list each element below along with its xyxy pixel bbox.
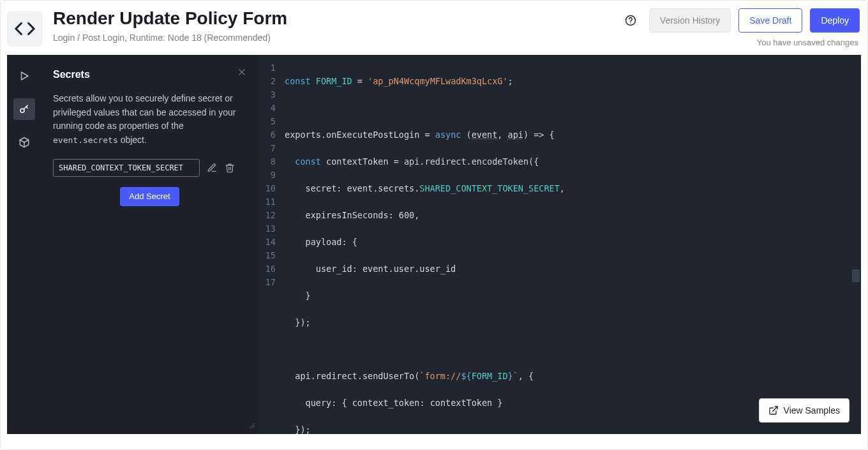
help-button[interactable] bbox=[620, 10, 641, 31]
add-secret-button[interactable]: Add Secret bbox=[120, 187, 179, 206]
secrets-desc-suffix: object. bbox=[118, 135, 147, 145]
secrets-panel-title: Secrets bbox=[53, 69, 246, 80]
view-samples-label: View Samples bbox=[784, 405, 840, 416]
unsaved-changes-label: You have unsaved changes bbox=[757, 38, 860, 47]
line-gutter: 1234567891011121314151617 bbox=[258, 55, 281, 434]
scroll-marker bbox=[852, 269, 860, 282]
rail-dependencies-icon[interactable] bbox=[13, 131, 35, 153]
rail-secrets-icon[interactable] bbox=[13, 98, 35, 120]
page-title: Render Update Policy Form bbox=[53, 8, 610, 29]
edit-secret-icon[interactable] bbox=[206, 162, 218, 174]
version-history-button[interactable]: Version History bbox=[649, 8, 731, 33]
delete-secret-icon[interactable] bbox=[224, 162, 236, 174]
view-samples-button[interactable]: View Samples bbox=[759, 398, 849, 423]
svg-line-6 bbox=[772, 407, 777, 411]
deploy-button[interactable]: Deploy bbox=[810, 8, 860, 33]
code-form-id-ref: FORM_ID bbox=[472, 371, 508, 381]
page-subtitle: Login / Post Login, Runtime: Node 18 (Re… bbox=[53, 33, 610, 43]
secrets-panel: Secrets Secrets allow you to securely de… bbox=[41, 55, 258, 434]
header: Render Update Policy Form Login / Post L… bbox=[1, 1, 867, 55]
code-form-id-var: FORM_ID bbox=[316, 76, 352, 86]
resize-handle-icon[interactable] bbox=[248, 420, 255, 431]
code-secret-name: SHARED_CONTEXT_TOKEN_SECRET bbox=[419, 183, 559, 193]
code-expires-seconds: 600 bbox=[399, 210, 414, 220]
code-editor[interactable]: 1234567891011121314151617 const FORM_ID … bbox=[258, 55, 861, 434]
code-form-id-value: 'ap_pN4WcqmyMFLwadKm3qLcxG' bbox=[368, 76, 507, 86]
secrets-description: Secrets allow you to securely define sec… bbox=[53, 92, 246, 147]
secrets-desc-prefix: Secrets allow you to securely define sec… bbox=[53, 93, 236, 131]
code-content[interactable]: const FORM_ID = 'ap_pN4WcqmyMFLwadKm3qLc… bbox=[281, 55, 861, 434]
rail-run-icon[interactable] bbox=[13, 65, 35, 87]
close-icon[interactable] bbox=[237, 68, 246, 79]
secret-name-input[interactable] bbox=[53, 159, 200, 177]
editor-rail bbox=[7, 55, 41, 434]
save-draft-button[interactable]: Save Draft bbox=[738, 8, 802, 33]
code-icon bbox=[7, 11, 43, 47]
svg-marker-2 bbox=[22, 72, 29, 80]
secrets-desc-mono: event.secrets bbox=[53, 135, 118, 145]
workspace: Secrets Secrets allow you to securely de… bbox=[7, 55, 861, 434]
